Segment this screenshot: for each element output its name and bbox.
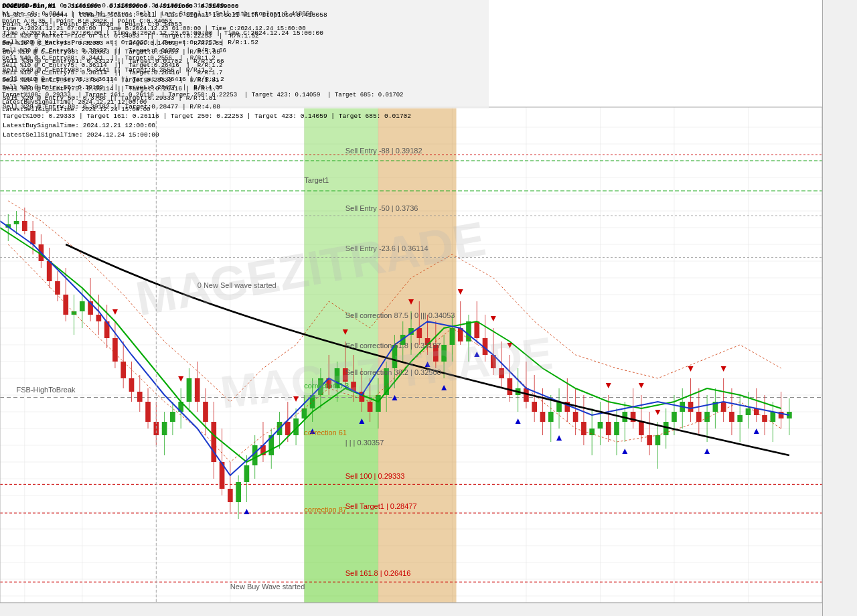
chart-container: DOGEUSD-Bin,H1 0.31401000 0.31439000 0.3… [0,0,857,616]
header-line: DOGEUSD-Bin,H1 0.31401000 0.31439000 0.3… [3,1,466,11]
info-panel: DOGEUSD-Bin,H1 0.31401000 0.31439000 0.3… [0,0,469,141]
time-axis [0,603,822,616]
price-axis [822,0,857,616]
